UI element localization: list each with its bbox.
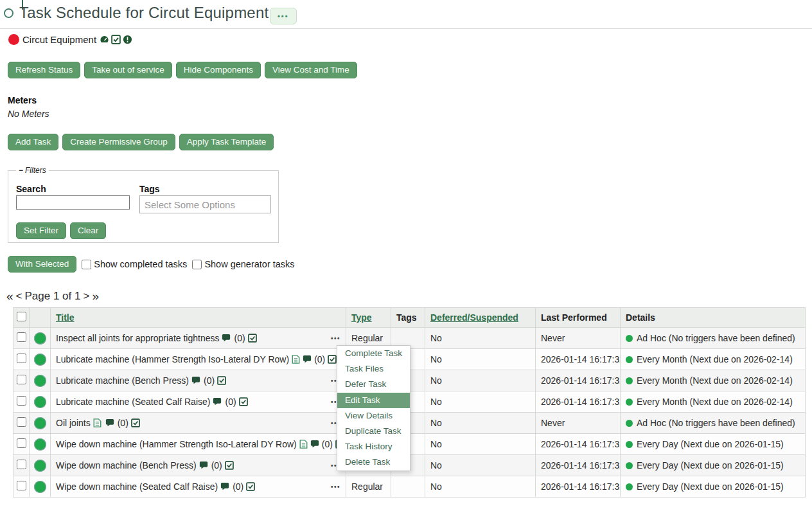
- comment-count: (0): [225, 397, 236, 407]
- task-title[interactable]: Inspect all joints for appropriate tight…: [56, 333, 219, 343]
- menu-item-task-files[interactable]: Task Files: [337, 361, 410, 377]
- refresh-status-button[interactable]: Refresh Status: [8, 62, 80, 78]
- comment-count: (0): [322, 439, 333, 449]
- show-generator-checkbox[interactable]: [192, 260, 202, 269]
- row-checkbox[interactable]: [17, 481, 26, 490]
- sort-type-link[interactable]: Type: [351, 312, 372, 323]
- page-more-button[interactable]: •••: [270, 8, 297, 24]
- row-checkbox[interactable]: [17, 375, 26, 384]
- task-title[interactable]: Wipe down machine (Bench Press): [56, 460, 197, 471]
- comment-count: (0): [234, 333, 245, 343]
- comment-icon[interactable]: [222, 334, 231, 343]
- row-checkbox[interactable]: [17, 354, 26, 363]
- detail-status-dot: [626, 377, 633, 384]
- task-status-dot: [34, 438, 46, 451]
- tree-node-circle[interactable]: [4, 8, 13, 18]
- task-last-performed: Never: [536, 413, 621, 434]
- row-menu-button[interactable]: •••: [331, 483, 340, 490]
- select-all-checkbox[interactable]: [17, 312, 26, 321]
- row-checkbox[interactable]: [17, 332, 26, 342]
- comment-icon[interactable]: [310, 440, 319, 449]
- collapse-minus-icon[interactable]: −: [19, 166, 23, 175]
- task-title[interactable]: Lubricate machine (Bench Press): [56, 375, 189, 386]
- task-title[interactable]: Wipe down machine (Hammer Strength Iso-L…: [56, 439, 297, 449]
- menu-item-defer-task[interactable]: Defer Task: [337, 377, 410, 392]
- take-out-of-service-button[interactable]: Take out of service: [84, 62, 172, 78]
- menu-item-view-details[interactable]: View Details: [337, 408, 410, 424]
- first-page-button[interactable]: «: [6, 289, 13, 303]
- comment-icon[interactable]: [303, 355, 312, 364]
- comment-icon[interactable]: [220, 482, 230, 492]
- add-task-button[interactable]: Add Task: [8, 134, 58, 150]
- menu-item-task-history[interactable]: Task History: [337, 439, 410, 454]
- task-toolbar: Add Task Create Permissive Group Apply T…: [8, 134, 274, 150]
- pagination: « < Page 1 of 1 > »: [6, 289, 99, 303]
- menu-item-complete-task[interactable]: Complete Task: [337, 346, 410, 361]
- show-generator-checkbox-label[interactable]: Show generator tasks: [192, 259, 294, 269]
- last-page-button[interactable]: »: [92, 289, 99, 303]
- menu-item-duplicate-task[interactable]: Duplicate Task: [337, 424, 410, 439]
- header-divider: [0, 28, 812, 29]
- comment-icon[interactable]: [105, 418, 115, 428]
- row-checkbox[interactable]: [17, 438, 26, 448]
- show-completed-checkbox[interactable]: [82, 260, 91, 269]
- tags-select-input[interactable]: [139, 195, 271, 213]
- with-selected-button[interactable]: With Selected: [8, 256, 76, 273]
- menu-item-edit-task[interactable]: Edit Task: [337, 393, 410, 408]
- sort-title-link[interactable]: Title: [56, 312, 75, 323]
- create-permissive-group-button[interactable]: Create Permissive Group: [62, 134, 175, 150]
- tags-column-header: Tags: [396, 312, 417, 323]
- task-title[interactable]: Wipe down machine (Seated Calf Raise): [56, 481, 218, 492]
- task-title[interactable]: Lubricate machine (Hammer Strength Iso-L…: [56, 354, 289, 364]
- next-page-button[interactable]: >: [83, 290, 89, 303]
- task-title[interactable]: Oil joints: [56, 418, 91, 428]
- file-icon[interactable]: [93, 418, 103, 428]
- file-icon[interactable]: [292, 355, 300, 364]
- tachometer-icon[interactable]: [100, 35, 109, 44]
- comment-icon[interactable]: [191, 376, 201, 386]
- row-menu-button[interactable]: •••: [331, 335, 340, 342]
- apply-task-template-button[interactable]: Apply Task Template: [179, 134, 274, 150]
- check-square-icon[interactable]: [239, 397, 249, 407]
- detail-status-dot: [626, 420, 633, 427]
- comment-count: (0): [118, 418, 128, 428]
- check-square-icon[interactable]: [225, 461, 234, 471]
- search-label: Search: [16, 184, 46, 194]
- file-icon[interactable]: [299, 440, 308, 449]
- sort-deferred-link[interactable]: Deferred/Suspended: [430, 312, 518, 323]
- comment-icon[interactable]: [199, 461, 209, 471]
- asset-name: Circut Equipment: [22, 34, 96, 45]
- clear-filter-button[interactable]: Clear: [70, 222, 106, 239]
- meters-empty-text: No Meters: [8, 109, 49, 119]
- tags-label: Tags: [139, 184, 160, 194]
- comment-icon[interactable]: [213, 397, 222, 407]
- set-filter-button[interactable]: Set Filter: [16, 222, 66, 239]
- task-details: Every Day (Next due on 2026-01-15): [637, 481, 784, 492]
- exclamation-circle-icon[interactable]: [123, 35, 132, 44]
- filters-legend[interactable]: −Filters: [16, 166, 49, 175]
- asset-status-dot: [8, 34, 19, 45]
- task-title[interactable]: Lubricate machine (Seated Calf Raise): [56, 397, 210, 407]
- view-cost-and-time-button[interactable]: View Cost and Time: [265, 62, 357, 78]
- task-context-menu: Complete Task Task Files Defer Task Edit…: [337, 345, 410, 471]
- task-details: Every Month (Next due on 2026-02-14): [637, 354, 793, 364]
- task-last-performed: 2026-01-14 16:17:32: [536, 455, 621, 476]
- check-square-icon[interactable]: [217, 376, 227, 386]
- prev-page-button[interactable]: <: [16, 290, 22, 303]
- row-checkbox[interactable]: [17, 417, 26, 427]
- show-completed-checkbox-label[interactable]: Show completed tasks: [82, 259, 187, 269]
- task-status-dot: [34, 481, 46, 493]
- hide-components-button[interactable]: Hide Components: [176, 62, 261, 78]
- search-input[interactable]: [16, 195, 130, 210]
- check-square-icon[interactable]: [246, 482, 256, 492]
- row-checkbox[interactable]: [17, 396, 26, 406]
- menu-item-delete-task[interactable]: Delete Task: [337, 454, 410, 470]
- details-column-header: Details: [626, 312, 655, 323]
- check-square-icon[interactable]: [248, 334, 258, 343]
- comment-count: (0): [314, 354, 325, 364]
- check-square-icon[interactable]: [131, 418, 141, 428]
- check-square-icon[interactable]: [111, 35, 121, 44]
- row-checkbox[interactable]: [17, 460, 26, 469]
- check-square-icon[interactable]: [328, 355, 337, 364]
- meters-heading: Meters: [8, 95, 37, 105]
